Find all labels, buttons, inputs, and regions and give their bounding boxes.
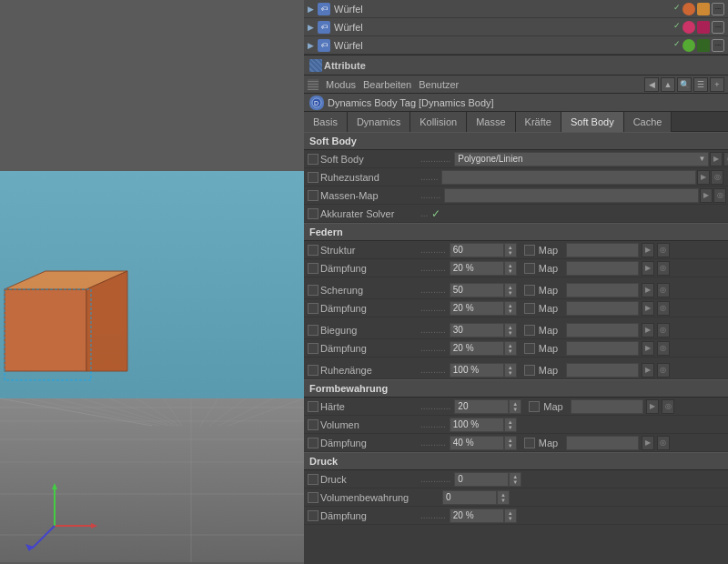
nav-settings-btn[interactable]: ☰ — [693, 77, 708, 92]
biegung-input[interactable] — [450, 323, 504, 337]
scherung-map-side-btn[interactable]: ▶ — [642, 283, 654, 297]
content-area[interactable]: Soft Body Soft Body ............ Polygon… — [304, 132, 728, 564]
volumen-spin[interactable]: ▲▼ — [504, 418, 517, 432]
nav-add-btn[interactable]: + — [710, 77, 724, 92]
daempfung1-input[interactable] — [450, 261, 504, 276]
menu-modus[interactable]: Modus — [326, 79, 356, 90]
daempfung4-spin[interactable]: ▲▼ — [504, 436, 517, 450]
tab-masse[interactable]: Masse — [467, 112, 515, 132]
daempfung2-map-side-btn2[interactable]: ◎ — [657, 301, 670, 316]
ruhlaenge-checkbox[interactable] — [308, 365, 318, 376]
daempfung1-map-checkbox[interactable] — [524, 263, 535, 274]
daempfung2-input[interactable] — [450, 301, 504, 316]
druck-spin[interactable]: ▲▼ — [509, 472, 521, 487]
ruhlaenge-map-side-btn[interactable]: ▶ — [642, 363, 654, 378]
tab-softbody[interactable]: Soft Body — [561, 112, 624, 132]
daempfung5-spin[interactable]: ▲▼ — [504, 509, 517, 523]
daempfung2-spin[interactable]: ▲▼ — [504, 301, 517, 316]
nav-back-btn[interactable]: ◀ — [644, 77, 659, 92]
tab-kraefte[interactable]: Kräfte — [516, 112, 561, 132]
tab-dynamics[interactable]: Dynamics — [348, 112, 410, 132]
daempfung3-spin[interactable]: ▲▼ — [504, 341, 517, 356]
massen-map-side-btn[interactable]: ▶ — [700, 188, 713, 203]
daempfung3-map-side-btn2[interactable]: ◎ — [657, 341, 670, 356]
daempfung4-map-side-btn2[interactable]: ◎ — [657, 436, 670, 450]
haerte-map-input[interactable] — [571, 399, 643, 414]
nav-search-btn[interactable]: 🔍 — [677, 77, 692, 92]
druck-input[interactable] — [454, 472, 509, 487]
daempfung4-map-input[interactable] — [566, 436, 639, 450]
daempfung2-checkbox[interactable] — [308, 303, 318, 314]
daempfung4-map-side-btn[interactable]: ▶ — [642, 436, 654, 450]
struktur-spin[interactable]: ▲▼ — [504, 243, 517, 257]
ruhlaenge-map-input[interactable] — [566, 363, 639, 378]
haerte-spin[interactable]: ▲▼ — [509, 399, 521, 414]
biegung-map-side-btn[interactable]: ▶ — [642, 323, 654, 337]
daempfung3-input[interactable] — [450, 341, 504, 356]
scherung-spin[interactable]: ▲▼ — [504, 283, 517, 297]
softbody-checkbox[interactable] — [308, 154, 318, 165]
volumenbewahrung-spin[interactable]: ▲▼ — [497, 490, 510, 505]
daempfung5-checkbox[interactable] — [308, 510, 318, 521]
daempfung1-map-side-btn[interactable]: ▶ — [642, 261, 654, 276]
daempfung5-input[interactable] — [450, 509, 504, 523]
akkurater-solver-checkbox[interactable] — [308, 208, 318, 219]
struktur-input[interactable] — [450, 243, 504, 257]
daempfung1-spin[interactable]: ▲▼ — [504, 261, 517, 276]
daempfung3-checkbox[interactable] — [308, 343, 318, 354]
struktur-map-checkbox[interactable] — [524, 245, 535, 256]
daempfung2-map-side-btn[interactable]: ▶ — [642, 301, 654, 316]
struktur-map-input[interactable] — [566, 243, 639, 257]
ruhezustand-side-btn2[interactable]: ◎ — [711, 170, 723, 185]
ruhezustand-checkbox[interactable] — [308, 172, 318, 183]
softbody-side-btn[interactable]: ▶ — [710, 152, 723, 166]
daempfung4-input[interactable] — [450, 436, 504, 450]
menu-bearbeiten[interactable]: Bearbeiten — [363, 79, 411, 90]
volumenbewahrung-checkbox[interactable] — [308, 492, 318, 503]
softbody-dropdown[interactable]: Polygone/Linien ▼ — [454, 152, 709, 166]
ruhlaenge-input[interactable] — [450, 363, 504, 378]
haerte-map-side-btn[interactable]: ▶ — [646, 399, 659, 414]
menu-benutzer[interactable]: Benutzer — [419, 79, 459, 90]
biegung-spin[interactable]: ▲▼ — [504, 323, 517, 337]
druck-checkbox[interactable] — [308, 474, 318, 485]
struktur-checkbox[interactable] — [308, 245, 318, 256]
viewport-3d[interactable] — [0, 0, 304, 564]
massen-map-checkbox[interactable] — [308, 190, 318, 201]
daempfung3-map-checkbox[interactable] — [524, 343, 535, 354]
daempfung4-checkbox[interactable] — [308, 438, 318, 448]
tab-kollision[interactable]: Kollision — [410, 112, 467, 132]
scherung-checkbox[interactable] — [308, 285, 318, 296]
biegung-map-checkbox[interactable] — [524, 325, 535, 336]
daempfung4-map-checkbox[interactable] — [524, 438, 535, 448]
scherung-map-checkbox[interactable] — [524, 285, 535, 296]
haerte-map-checkbox[interactable] — [529, 401, 540, 412]
biegung-map-input[interactable] — [566, 323, 639, 337]
massen-map-side-btn2[interactable]: ◎ — [713, 188, 726, 203]
ruhlaenge-spin[interactable]: ▲▼ — [504, 363, 517, 378]
volumen-input[interactable] — [450, 418, 504, 432]
scherung-map-side-btn2[interactable]: ◎ — [657, 283, 670, 297]
daempfung2-map-input[interactable] — [566, 301, 639, 316]
daempfung3-map-input[interactable] — [566, 341, 639, 356]
volumenbewahrung-input[interactable] — [442, 490, 497, 505]
massen-map-input[interactable] — [444, 188, 699, 203]
daempfung1-map-side-btn2[interactable]: ◎ — [657, 261, 670, 276]
daempfung1-checkbox[interactable] — [308, 263, 318, 274]
biegung-checkbox[interactable] — [308, 325, 318, 336]
haerte-input[interactable] — [454, 399, 509, 414]
haerte-map-side-btn2[interactable]: ◎ — [662, 399, 674, 414]
struktur-map-side-btn2[interactable]: ◎ — [657, 243, 670, 257]
daempfung1-map-input[interactable] — [566, 261, 639, 276]
scherung-map-input[interactable] — [566, 283, 639, 297]
volumen-checkbox[interactable] — [308, 419, 318, 430]
daempfung2-map-checkbox[interactable] — [524, 303, 535, 314]
ruhlaenge-map-side-btn2[interactable]: ◎ — [657, 363, 670, 378]
struktur-map-side-btn[interactable]: ▶ — [642, 243, 654, 257]
softbody-side-btn2[interactable]: ◎ — [723, 152, 728, 166]
scherung-input[interactable] — [450, 283, 504, 297]
ruhezustand-input[interactable] — [441, 170, 696, 185]
ruhezustand-side-btn[interactable]: ▶ — [697, 170, 710, 185]
biegung-map-side-btn2[interactable]: ◎ — [657, 323, 670, 337]
tab-cache[interactable]: Cache — [624, 112, 672, 132]
